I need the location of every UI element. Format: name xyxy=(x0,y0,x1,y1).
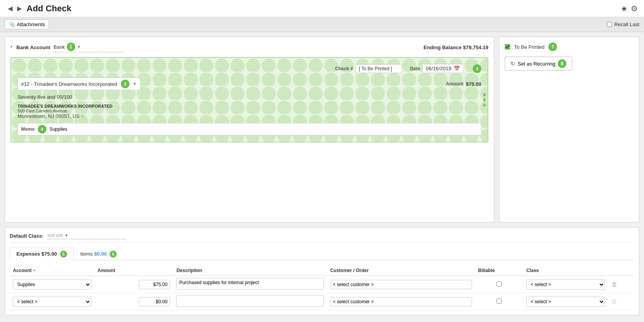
tab-items[interactable]: Items $0.00 6 xyxy=(74,247,124,260)
badge-4: 4 xyxy=(38,125,46,133)
account-cell-2: < select > xyxy=(10,293,94,310)
memo-label: Memo xyxy=(21,126,35,132)
ending-balance-label: Ending Balance xyxy=(424,44,462,50)
date-value[interactable]: 06/16/2019 📅 xyxy=(422,64,463,73)
scroll-indicator-3 xyxy=(483,103,486,107)
col-billable: Billable xyxy=(475,265,523,276)
payee-select[interactable]: #12 - Trinadee's Dreamworks Incorporated… xyxy=(18,78,140,90)
address-line2-text: Moorestown, NJ 08057, US xyxy=(18,113,80,119)
address-name: TRINADEE'S DREAMWORKS INCORPORATED xyxy=(18,104,481,109)
memo-input[interactable] xyxy=(50,126,478,132)
customer-cell-2 xyxy=(327,293,475,310)
recall-last-checkbox[interactable] xyxy=(607,22,612,27)
main-layout: * Bank Account Bank 1 ▼ Ending Balance $… xyxy=(0,32,644,227)
vertical-scrollbar[interactable] xyxy=(482,58,487,142)
badge-7: 7 xyxy=(548,43,557,51)
table-row: Supplies Purchased supplies for internal… xyxy=(10,276,634,293)
delete-cell-2: 🗑 xyxy=(608,293,634,310)
to-be-printed-checkbox[interactable] xyxy=(505,44,510,50)
bank-select-arrow: ▼ xyxy=(77,44,81,49)
set-recurring-label: Set as Recurring xyxy=(518,61,555,67)
description-cell-2 xyxy=(173,293,327,310)
description-textarea-2[interactable] xyxy=(176,295,324,307)
check-number-value: [ To Be Printed ] xyxy=(355,64,402,73)
bank-account-label: Bank Account xyxy=(16,44,50,50)
required-star: * xyxy=(11,44,12,50)
written-amount: Seventy-five and 00/100 xyxy=(18,94,481,100)
back-button[interactable]: ◀ xyxy=(6,4,14,13)
nav-arrows: ◀ ▶ xyxy=(6,4,23,13)
tab-items-amount: $0.00 xyxy=(94,251,107,257)
toolbar: 📎 Attachments Recall Last xyxy=(0,17,644,32)
badge-3: 3 xyxy=(473,64,481,73)
customer-input-2[interactable] xyxy=(330,297,472,306)
top-header: ◀ ▶ Add Check ★ ⚙ xyxy=(0,0,644,17)
description-textarea-1[interactable]: Purchased supplies for internal project xyxy=(176,278,324,290)
description-cell-1: Purchased supplies for internal project xyxy=(173,276,327,293)
scroll-indicator-2 xyxy=(483,98,486,101)
class-select-1[interactable]: < select > xyxy=(526,279,605,290)
paperclip-icon: 📎 xyxy=(9,21,15,27)
attachments-button[interactable]: 📎 Attachments xyxy=(5,20,49,29)
customer-input-1[interactable] xyxy=(330,280,472,289)
table-row: < select > < select > xyxy=(10,293,634,310)
class-cell-1: < select > xyxy=(523,276,608,293)
account-select-1[interactable]: Supplies xyxy=(13,279,91,290)
account-select-2[interactable]: < select > xyxy=(13,297,91,307)
badge-2: 2 xyxy=(121,80,130,88)
to-be-printed-row: To Be Printed 7 xyxy=(505,43,633,51)
col-customer: Customer / Order xyxy=(327,265,475,276)
set-recurring-button[interactable]: ↻ Set as Recurring 8 xyxy=(505,57,572,71)
amount-field: Amount $75.00 xyxy=(446,81,481,87)
recall-last-label: Recall Last xyxy=(614,21,639,27)
scroll-handle: 3 xyxy=(473,64,481,73)
memo-row: Memo 4 xyxy=(18,123,481,135)
tab-expenses-label: Expenses xyxy=(16,251,40,257)
date-field: Date 06/16/2019 📅 xyxy=(410,64,463,73)
tabs-row: Expenses $75.00 5 Items $0.00 6 xyxy=(10,247,634,260)
class-select-arrow: ▼ xyxy=(64,233,69,238)
star-icon[interactable]: ★ xyxy=(621,4,628,13)
add-column-icon[interactable]: + xyxy=(33,267,36,273)
delete-row-1-icon[interactable]: 🗑 xyxy=(611,281,617,288)
col-class: Class xyxy=(523,265,608,276)
billable-checkbox-1[interactable] xyxy=(497,281,502,286)
tab-items-label: Items xyxy=(80,251,93,257)
edit-icon[interactable]: ✎ xyxy=(81,114,84,119)
left-panel: * Bank Account Bank 1 ▼ Ending Balance $… xyxy=(5,37,494,222)
check-area: Check # [ To Be Printed ] Date 06/16/201… xyxy=(11,57,488,142)
bank-account-select[interactable]: Bank 1 ▼ xyxy=(53,43,124,52)
payee-value: #12 - Trinadee's Dreamworks Incorporated xyxy=(21,81,117,87)
page-title: Add Check xyxy=(27,4,71,14)
amount-input-1[interactable] xyxy=(139,280,170,289)
default-class-row: Default Class: not set ▼ xyxy=(10,232,634,243)
col-amount: Amount xyxy=(94,265,173,276)
bottom-section: Default Class: not set ▼ Expenses $75.00… xyxy=(5,227,639,315)
bank-select-text: Bank xyxy=(53,44,65,50)
billable-cell-2 xyxy=(475,293,523,310)
check-content: Check # [ To Be Printed ] Date 06/16/201… xyxy=(18,64,481,135)
ending-balance-value: $79,754.19 xyxy=(463,44,488,50)
amount-input-2[interactable] xyxy=(139,297,170,306)
calendar-icon: 📅 xyxy=(454,66,460,71)
amount-cell-2 xyxy=(94,293,173,310)
billable-checkbox-2[interactable] xyxy=(497,299,502,304)
class-select[interactable]: not set ▼ xyxy=(48,232,126,239)
col-account: Account + xyxy=(10,265,94,276)
billable-cell-1 xyxy=(475,276,523,293)
customer-cell-1 xyxy=(327,276,475,293)
amount-cell-1 xyxy=(94,276,173,293)
col-description: Description xyxy=(173,265,327,276)
right-panel: To Be Printed 7 ↻ Set as Recurring 8 xyxy=(499,37,639,222)
tab-expenses[interactable]: Expenses $75.00 5 xyxy=(10,247,74,260)
badge-6: 6 xyxy=(110,251,117,258)
attachments-label: Attachments xyxy=(17,21,45,27)
class-select-2[interactable]: < select > xyxy=(526,297,605,307)
date-text: 06/16/2019 xyxy=(426,66,451,71)
delete-row-2-icon[interactable]: 🗑 xyxy=(611,298,617,305)
forward-button[interactable]: ▶ xyxy=(16,4,23,13)
badge-1: 1 xyxy=(67,43,75,51)
gear-icon[interactable]: ⚙ xyxy=(631,4,638,13)
recurring-icon: ↻ xyxy=(511,60,515,67)
badge-5: 5 xyxy=(60,251,67,258)
